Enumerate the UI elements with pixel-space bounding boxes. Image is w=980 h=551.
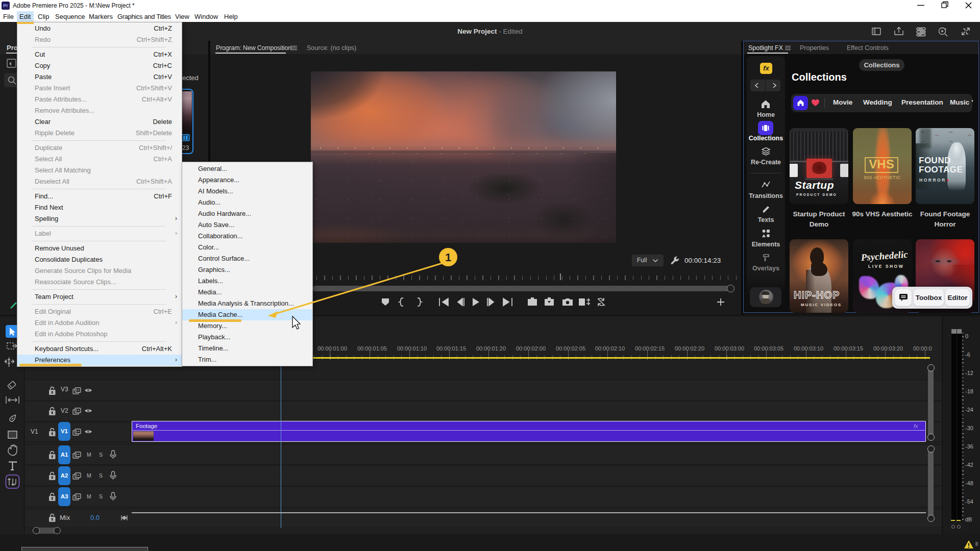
svg-text:M: M <box>87 472 91 479</box>
svg-text:S: S <box>99 452 103 458</box>
svg-text:S: S <box>99 472 103 479</box>
svg-text:S: S <box>99 493 103 499</box>
svg-text:1: 1 <box>445 251 451 264</box>
svg-text:M: M <box>87 452 91 458</box>
svg-text:M: M <box>87 493 91 499</box>
